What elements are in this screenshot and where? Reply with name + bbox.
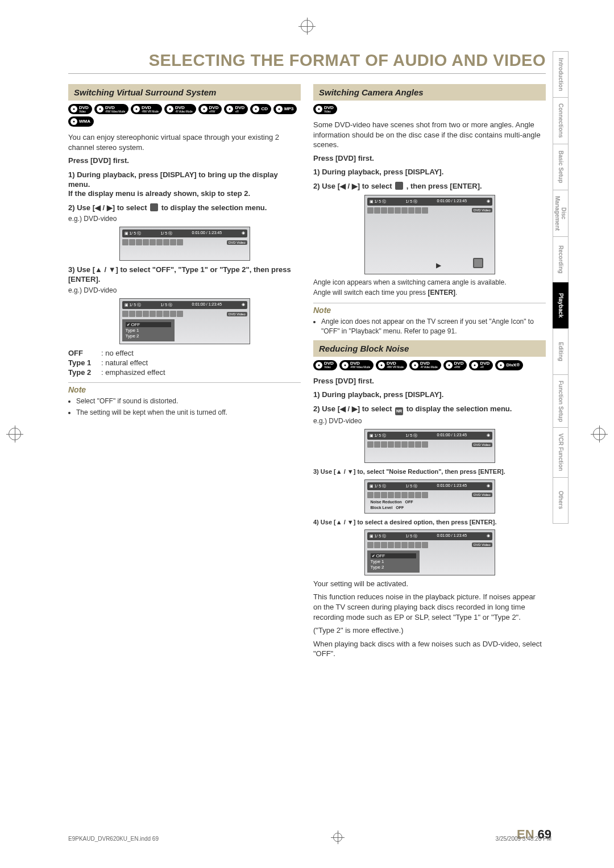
eg-label: e.g.) DVD-video (68, 214, 301, 223)
vss-step1: 1) During playback, press [DISPLAY] to b… (68, 170, 301, 199)
surround-icon (150, 203, 158, 211)
disc-badge: DVD+RW (198, 104, 222, 114)
title-rule (68, 73, 546, 74)
vss-definitions: OFF: no effectType 1: natural effectType… (68, 349, 301, 377)
section-virtual-surround: Switching Virtual Surround System (68, 84, 301, 101)
tab-editing[interactable]: Editing (553, 328, 569, 374)
disc-compat-row: DVDVideoDVD-RW Video ModeDVD-RW VR ModeD… (313, 360, 546, 370)
disc-badge: DivX® (495, 360, 523, 370)
disc-badge: DVDVideo (68, 104, 92, 114)
disc-badge: DVD-R Video Mode (409, 360, 441, 370)
chapter-tabs: IntroductionConnectionsBasic SetupDiscMa… (553, 51, 569, 823)
osd-noise-3: ▣ 1/ 5 ⓒ1/ 5 ⓞ0:01:00 / 1:23:45◉ DVD Vid… (364, 529, 495, 575)
noise-step2: 2) Use [◀ / ▶] to select NR to display t… (313, 404, 546, 415)
disc-badge: WMA (68, 116, 94, 127)
vss-notes: Select "OFF" if sound is distorted.The s… (68, 397, 301, 416)
section-block-noise: Reducing Block Noise (313, 340, 546, 357)
osd-noise-2: ▣ 1/ 5 ⓒ1/ 5 ⓞ0:01:00 / 1:23:45◉ DVD Vid… (364, 479, 495, 514)
footer-filename: E9PKAUD_DVR620KU_EN.indd 69 (68, 836, 159, 842)
disc-badge: MP3 (273, 104, 297, 114)
disc-badge: DVD-RW Video Mode (94, 104, 128, 114)
tab-recording[interactable]: Recording (553, 236, 569, 282)
disc-compat-row: DVDVideoDVD-RW Video ModeDVD-RW VR ModeD… (68, 104, 301, 127)
tab-playback[interactable]: Playback (553, 282, 569, 328)
tab-disc
management[interactable]: DiscManagement (553, 190, 569, 236)
section-camera-angles: Switching Camera Angles (313, 84, 546, 101)
left-column: Switching Virtual Surround System DVDVid… (68, 80, 301, 823)
press-dvd: Press [DVD] first. (68, 156, 301, 166)
disc-badge: DVD-RW Video Mode (339, 360, 374, 370)
tab-function-setup[interactable]: Function Setup (553, 374, 569, 428)
osd-noise-1: ▣ 1/ 5 ⓒ1/ 5 ⓞ0:01:00 / 1:23:45◉ DVD Vid… (364, 429, 495, 463)
disc-badge: DVD-RW VR Mode (131, 104, 162, 114)
disc-badge: CD (250, 104, 271, 114)
tab-vcr-function[interactable]: VCR Function (553, 427, 569, 477)
page-title: SELECTING THE FORMAT OF AUDIO AND VIDEO (68, 51, 546, 70)
disc-compat-row: DVDVideo (313, 104, 546, 114)
angle-icon (395, 182, 403, 190)
note-heading: Note (68, 382, 301, 394)
vss-intro: You can enjoy stereophonic virtual space… (68, 132, 301, 152)
disc-badge: DVD+R (224, 104, 248, 114)
disc-badge: DVDVideo (313, 360, 337, 370)
tab-introduction[interactable]: Introduction (553, 51, 569, 97)
angle-step2: 2) Use [◀ / ▶] to select , then press [E… (313, 182, 546, 191)
disc-badge: DVDVideo (313, 104, 337, 114)
disc-badge: DVD+R (469, 360, 493, 370)
angle-step1: 1) During playback, press [DISPLAY]. (313, 168, 546, 177)
angle-indicator-icon (473, 258, 483, 268)
osd-vss-2: ▣ 1/ 5 ⓒ1/ 5 ⓞ0:01:00 / 1:23:45◉ DVD Vid… (119, 298, 250, 344)
footer-timestamp: 3/25/2009 3:48:26 PM (496, 836, 551, 842)
disc-badge: DVD-RW VR Mode (376, 360, 407, 370)
tab-connections[interactable]: Connections (553, 97, 569, 144)
right-column: Switching Camera Angles DVDVideo Some DV… (313, 80, 546, 823)
osd-vss-1: ▣ 1/ 5 ⓒ1/ 5 ⓞ0:01:00 / 1:23:45◉ DVD Vid… (119, 227, 250, 261)
osd-angle: ▣ 1/ 5 ⓒ1/ 5 ⓞ0:01:00 / 1:23:45◉ DVD Vid… (364, 195, 495, 274)
angle-intro: Some DVD-video have scenes shot from two… (313, 120, 546, 150)
vss-step2: 2) Use [◀ / ▶] to select to display the … (68, 203, 301, 213)
nr-icon: NR (395, 407, 403, 415)
tab-others[interactable]: Others (553, 477, 569, 524)
tab-basic-setup[interactable]: Basic Setup (553, 144, 569, 190)
vss-step3: 3) Use [▲ / ▼] to select "OFF", "Type 1"… (68, 265, 301, 285)
disc-badge: DVD+RW (443, 360, 467, 370)
disc-badge: DVD-R Video Mode (164, 104, 196, 114)
